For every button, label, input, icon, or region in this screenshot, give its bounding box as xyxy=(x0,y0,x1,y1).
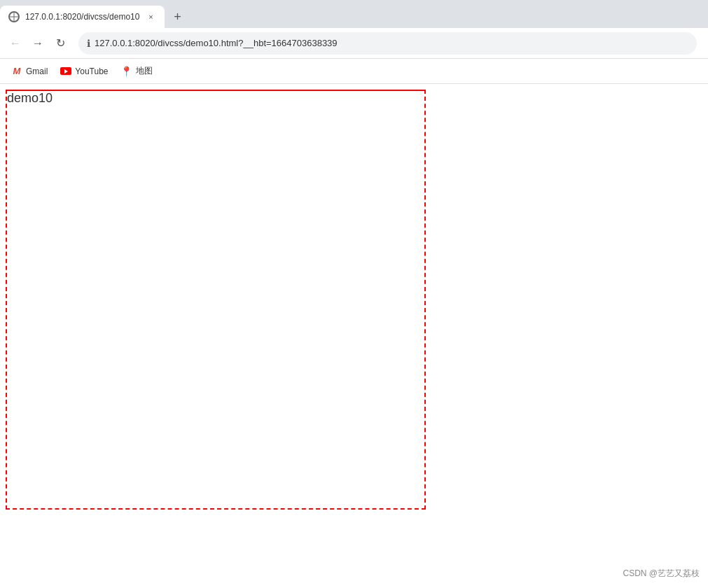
bookmark-gmail-label: Gmail xyxy=(26,66,48,76)
nav-bar: ← → ↻ ℹ 127.0.0.1:8020/divcss/demo10.htm… xyxy=(0,28,708,59)
address-text: 127.0.0.1:8020/divcss/demo10.html?__hbt=… xyxy=(95,38,688,48)
reload-button[interactable]: ↻ xyxy=(50,34,70,53)
demo-title: demo10 xyxy=(7,88,53,105)
forward-button[interactable]: → xyxy=(28,34,48,53)
address-bar[interactable]: ℹ 127.0.0.1:8020/divcss/demo10.html?__hb… xyxy=(78,32,697,55)
tab-title: 127.0.0.1:8020/divcss/demo10 xyxy=(25,12,139,22)
watermark: CSDN @艺艺又荔枝 xyxy=(623,568,700,580)
bookmarks-bar: M Gmail YouTube 📍 地图 xyxy=(0,59,708,84)
tab-bar: 127.0.0.1:8020/divcss/demo10 × + xyxy=(0,0,708,28)
tab-favicon xyxy=(8,11,20,22)
bookmark-gmail[interactable]: M Gmail xyxy=(6,63,53,80)
browser-chrome: 127.0.0.1:8020/divcss/demo10 × + ← → ↻ ℹ… xyxy=(0,0,708,84)
globe-icon xyxy=(8,11,20,22)
active-tab[interactable]: 127.0.0.1:8020/divcss/demo10 × xyxy=(0,6,165,28)
tab-close-button[interactable]: × xyxy=(145,11,156,22)
gmail-icon: M xyxy=(11,66,22,77)
page-content: demo10 CSDN @艺艺又荔枝 xyxy=(0,84,708,588)
bookmark-youtube-label: YouTube xyxy=(75,66,108,76)
maps-icon: 📍 xyxy=(121,66,132,77)
demo-box: demo10 xyxy=(6,90,426,510)
new-tab-button[interactable]: + xyxy=(167,7,187,27)
back-button[interactable]: ← xyxy=(6,34,25,53)
bookmark-youtube[interactable]: YouTube xyxy=(55,63,113,80)
info-icon: ℹ xyxy=(87,38,90,49)
bookmark-maps-label: 地图 xyxy=(136,65,153,77)
bookmark-maps[interactable]: 📍 地图 xyxy=(116,62,158,80)
youtube-icon xyxy=(60,66,71,77)
